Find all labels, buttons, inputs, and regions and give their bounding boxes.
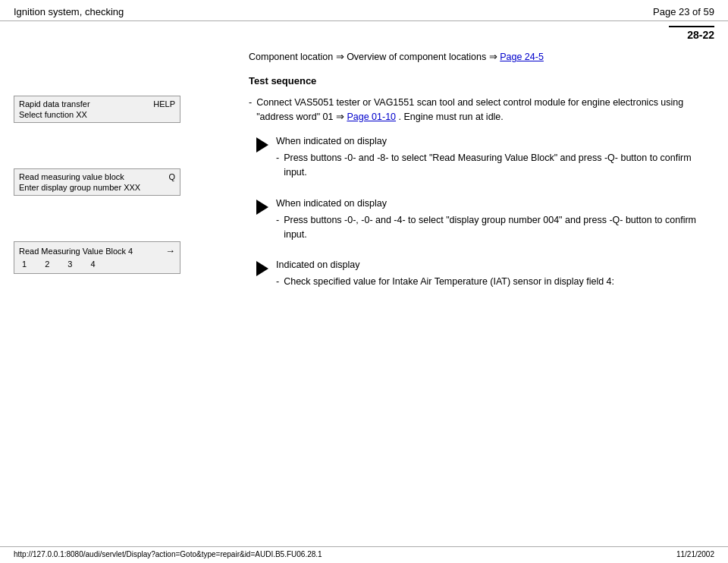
instruction-block-1: When indicated on display - Press button… bbox=[249, 136, 714, 183]
instruction-dash-3: - bbox=[276, 275, 279, 289]
rmvb-num-2: 2 bbox=[45, 259, 49, 269]
instruction-content-3: Indicated on display - Check specified v… bbox=[276, 259, 714, 292]
test-sequence-heading: Test sequence bbox=[249, 75, 714, 86]
arrow-shape-2 bbox=[256, 200, 268, 215]
rmvb-numbers: 1 2 3 4 bbox=[19, 259, 175, 269]
ui-box-key-2: Q bbox=[168, 172, 175, 181]
instruction-heading-3: Indicated on display bbox=[276, 259, 714, 270]
bullet-dash-1: - bbox=[249, 96, 252, 110]
arrow-shape-1 bbox=[256, 137, 268, 153]
page-24-5-link[interactable]: Page 24-5 bbox=[500, 52, 544, 62]
rmvb-num-3: 3 bbox=[67, 259, 72, 269]
right-column: Component location ⇒ Overview of compone… bbox=[226, 50, 714, 307]
instruction-block-2: When indicated on display - Press button… bbox=[249, 198, 714, 245]
arrow-2 bbox=[249, 198, 276, 215]
ui-box-sub-2: Enter display group number XXX bbox=[19, 183, 175, 192]
ui-box-label-2: Read measuring value block bbox=[19, 172, 124, 181]
footer-url: http://127.0.0.1:8080/audi/servlet/Displ… bbox=[14, 550, 322, 558]
ui-box-rmvb4: Read Measuring Value Block 4 → 1 2 3 4 bbox=[14, 241, 180, 274]
component-location: Component location ⇒ Overview of compone… bbox=[249, 50, 714, 64]
document-title: Ignition system, checking bbox=[14, 6, 124, 17]
instruction-content-2: When indicated on display - Press button… bbox=[276, 198, 714, 245]
bullet-item-1: - Connect VAS5051 tester or VAG1551 scan… bbox=[249, 96, 714, 124]
left-column: Rapid data transfer HELP Select function… bbox=[14, 50, 226, 307]
instruction-heading-2: When indicated on display bbox=[276, 198, 714, 209]
instruction-dash-1: - bbox=[276, 151, 279, 165]
ui-box-2-wrapper: Read measuring value block Q Enter displ… bbox=[14, 168, 226, 196]
page-number: Page 23 of 59 bbox=[653, 6, 714, 17]
rmvb-num-4: 4 bbox=[90, 259, 95, 269]
instruction-text-1: Press buttons -0- and -8- to select "Rea… bbox=[284, 151, 714, 180]
component-location-text: Component location ⇒ Overview of compone… bbox=[249, 52, 500, 62]
arrow-1 bbox=[249, 136, 276, 153]
arrow-shape-3 bbox=[256, 261, 268, 276]
test-sequence-bullet: - Connect VAS5051 tester or VAG1551 scan… bbox=[249, 96, 714, 124]
ui-box-read-measuring: Read measuring value block Q Enter displ… bbox=[14, 168, 180, 196]
instruction-bullet-1: - Press buttons -0- and -8- to select "R… bbox=[276, 151, 714, 180]
ui-box-1-wrapper: Rapid data transfer HELP Select function… bbox=[14, 96, 226, 123]
instruction-text-2: Press buttons -0-, -0- and -4- to select… bbox=[284, 213, 714, 242]
bullet-text-1: Connect VAS5051 tester or VAG1551 scan t… bbox=[256, 96, 714, 124]
rmvb-num-1: 1 bbox=[22, 259, 27, 269]
ui-box-3-wrapper: Read Measuring Value Block 4 → 1 2 3 4 bbox=[14, 241, 226, 274]
ui-box-label-1: Rapid data transfer bbox=[19, 99, 90, 109]
instruction-content-1: When indicated on display - Press button… bbox=[276, 136, 714, 183]
instruction-text-3: Check specified value for Intake Air Tem… bbox=[284, 275, 714, 289]
instruction-heading-1: When indicated on display bbox=[276, 136, 714, 146]
page-header: Ignition system, checking Page 23 of 59 bbox=[0, 0, 728, 21]
ui-box-sub-1: Select function XX bbox=[19, 110, 175, 119]
section-number: 28-22 bbox=[669, 26, 714, 41]
main-content: Rapid data transfer HELP Select function… bbox=[0, 50, 728, 307]
section-number-area: 28-22 bbox=[0, 21, 728, 42]
ui-box-row-2: Read measuring value block Q bbox=[19, 172, 175, 181]
instruction-block-3: Indicated on display - Check specified v… bbox=[249, 259, 714, 292]
page-footer: http://127.0.0.1:8080/audi/servlet/Displ… bbox=[0, 546, 728, 558]
rmvb-title-row: Read Measuring Value Block 4 → bbox=[19, 245, 175, 256]
instruction-bullet-3: - Check specified value for Intake Air T… bbox=[276, 275, 714, 289]
ui-box-rapid-data-transfer: Rapid data transfer HELP Select function… bbox=[14, 96, 180, 123]
ui-box-key-1: HELP bbox=[153, 99, 175, 109]
page-01-10-link[interactable]: Page 01-10 bbox=[347, 112, 396, 122]
ui-box-row-1: Rapid data transfer HELP bbox=[19, 99, 175, 109]
footer-date: 11/21/2002 bbox=[676, 550, 714, 558]
rmvb-arrow: → bbox=[165, 245, 175, 256]
arrow-3 bbox=[249, 259, 276, 276]
instruction-dash-2: - bbox=[276, 213, 279, 228]
rmvb-title: Read Measuring Value Block 4 bbox=[19, 247, 133, 256]
instruction-bullet-2: - Press buttons -0-, -0- and -4- to sele… bbox=[276, 213, 714, 242]
